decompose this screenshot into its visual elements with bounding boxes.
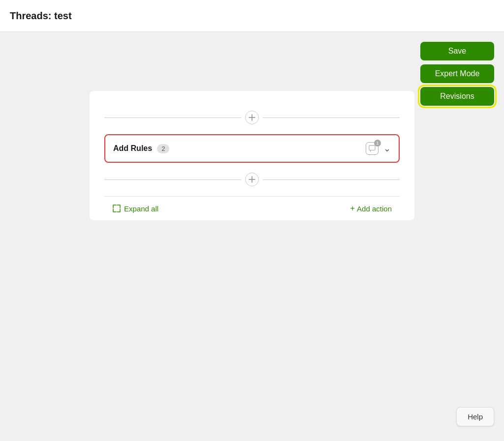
add-node-bottom-line-right <box>263 179 400 180</box>
chevron-down-icon[interactable]: ⌄ <box>383 143 391 154</box>
rule-block[interactable]: Add Rules 2 ⌄ <box>104 134 400 163</box>
add-action-label: Add action <box>357 205 392 213</box>
expert-mode-button[interactable]: Expert Mode <box>420 64 494 83</box>
expand-all-label: Expand all <box>124 205 158 213</box>
add-action-button[interactable]: + Add action <box>350 204 392 213</box>
rule-block-title: Add Rules <box>113 144 152 153</box>
canvas-footer: Expand all + Add action <box>104 196 400 220</box>
main-content: Save Expert Mode Revisions Add Rules 2 <box>0 32 504 441</box>
canvas-area: Add Rules 2 ⌄ <box>90 91 414 220</box>
save-button[interactable]: Save <box>420 42 494 60</box>
add-node-bottom-button[interactable] <box>245 173 259 186</box>
svg-rect-2 <box>369 146 375 150</box>
page-title: Threads: test <box>10 10 72 22</box>
add-node-bottom-row <box>104 173 400 186</box>
add-node-top-button[interactable] <box>245 111 259 124</box>
rule-badge: 2 <box>157 144 169 153</box>
comment-icon[interactable] <box>366 142 378 155</box>
revisions-button[interactable]: Revisions <box>420 87 494 106</box>
rule-block-left: Add Rules 2 <box>113 144 169 153</box>
add-node-bottom-line-left <box>104 179 241 180</box>
rule-block-right: ⌄ <box>366 142 391 155</box>
plus-icon: + <box>350 204 355 213</box>
add-node-line-right <box>263 118 400 118</box>
top-buttons: Save Expert Mode Revisions <box>420 42 494 106</box>
expand-icon <box>112 204 121 213</box>
expand-all-button[interactable]: Expand all <box>112 204 158 213</box>
header: Threads: test <box>0 0 504 32</box>
add-node-line-left <box>104 118 241 118</box>
help-button[interactable]: Help <box>456 407 494 426</box>
add-node-top-row <box>104 111 400 124</box>
